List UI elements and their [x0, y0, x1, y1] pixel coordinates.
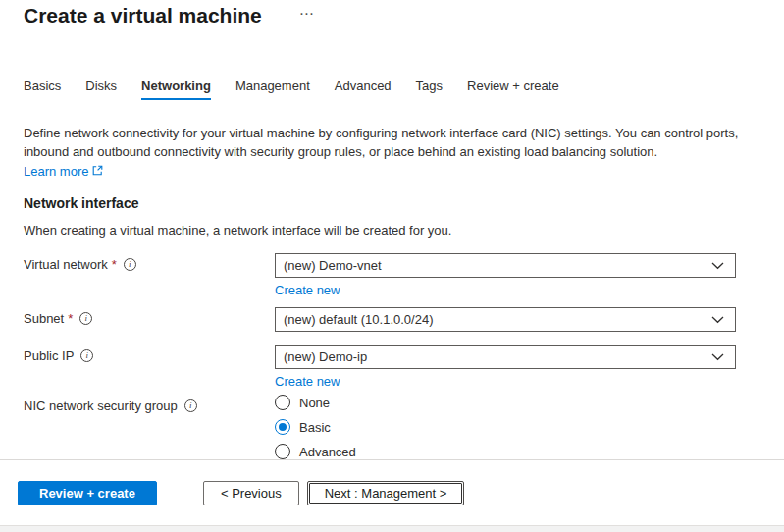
tab-advanced[interactable]: Advanced [335, 79, 392, 100]
main-content: Create a virtual machine ⋯ Basics Disks … [0, 0, 784, 459]
public-ip-value: (new) Demo-ip [284, 349, 367, 364]
virtual-network-row: Virtual network * i (new) Demo-vnet Crea… [24, 253, 760, 298]
chevron-down-icon [711, 316, 724, 324]
chevron-down-icon [711, 262, 724, 270]
nsg-label: NIC network security group i [24, 395, 275, 413]
tab-review-create[interactable]: Review + create [467, 79, 559, 100]
next-management-button[interactable]: Next : Management > [307, 481, 465, 505]
tab-networking[interactable]: Networking [141, 79, 211, 100]
bottom-strip [0, 525, 784, 532]
chevron-down-icon [711, 353, 724, 361]
subnet-select[interactable]: (new) default (10.1.0.0/24) [275, 307, 736, 332]
subnet-label-text: Subnet [24, 311, 64, 326]
virtual-network-select[interactable]: (new) Demo-vnet [275, 253, 736, 278]
virtual-network-value: (new) Demo-vnet [284, 258, 382, 273]
section-heading: Network interface [24, 195, 760, 211]
subnet-control: (new) default (10.1.0.0/24) [275, 307, 736, 332]
tab-management[interactable]: Management [235, 79, 310, 100]
page-title: Create a virtual machine [24, 2, 262, 29]
wizard-footer: Review + create < Previous Next : Manage… [0, 459, 784, 525]
nsg-option-none[interactable]: None [275, 395, 736, 410]
required-asterisk: * [112, 257, 117, 272]
virtual-network-label-text: Virtual network [24, 257, 108, 272]
subnet-row: Subnet * i (new) default (10.1.0.0/24) [24, 307, 760, 332]
tab-bar: Basics Disks Networking Management Advan… [24, 79, 760, 100]
nsg-row: NIC network security group i None Basic … [24, 395, 760, 459]
nsg-option-advanced[interactable]: Advanced [275, 444, 736, 459]
virtual-network-label: Virtual network * i [24, 253, 275, 272]
review-create-button[interactable]: Review + create [18, 481, 157, 505]
public-ip-control: (new) Demo-ip Create new [275, 345, 736, 390]
learn-more-label: Learn more [24, 164, 88, 179]
previous-button[interactable]: < Previous [203, 481, 299, 505]
radio-button-icon [275, 444, 290, 459]
public-ip-row: Public IP i (new) Demo-ip Create new [24, 345, 760, 390]
learn-more-link[interactable]: Learn more [24, 164, 103, 179]
title-row: Create a virtual machine ⋯ [24, 2, 760, 29]
virtual-network-control: (new) Demo-vnet Create new [275, 253, 736, 298]
create-vm-page: Create a virtual machine ⋯ Basics Disks … [0, 0, 784, 532]
info-icon[interactable]: i [184, 399, 197, 412]
subnet-label: Subnet * i [24, 307, 275, 326]
more-options-icon[interactable]: ⋯ [299, 5, 315, 23]
info-icon[interactable]: i [80, 349, 93, 362]
info-icon[interactable]: i [124, 258, 136, 271]
tab-basics[interactable]: Basics [24, 79, 61, 100]
external-link-icon [92, 164, 103, 179]
tab-disks[interactable]: Disks [85, 79, 117, 100]
radio-button-icon [275, 419, 290, 435]
create-new-virtual-network-link[interactable]: Create new [275, 283, 340, 297]
info-icon[interactable]: i [79, 312, 92, 325]
public-ip-label-text: Public IP [24, 348, 74, 363]
tab-tags[interactable]: Tags [416, 79, 443, 100]
networking-form: Virtual network * i (new) Demo-vnet Crea… [24, 253, 760, 459]
tab-description: Define network connectivity for your vir… [24, 124, 755, 161]
public-ip-label: Public IP i [24, 345, 275, 363]
public-ip-select[interactable]: (new) Demo-ip [275, 345, 736, 369]
nsg-label-text: NIC network security group [24, 399, 178, 413]
section-subtitle: When creating a virtual machine, a netwo… [24, 223, 760, 238]
radio-button-icon [275, 395, 290, 410]
required-asterisk: * [68, 311, 73, 326]
nsg-radio-group: None Basic Advanced [275, 395, 736, 459]
create-new-public-ip-link[interactable]: Create new [275, 374, 340, 389]
subnet-value: (new) default (10.1.0.0/24) [284, 312, 433, 327]
nsg-option-basic[interactable]: Basic [275, 419, 736, 435]
